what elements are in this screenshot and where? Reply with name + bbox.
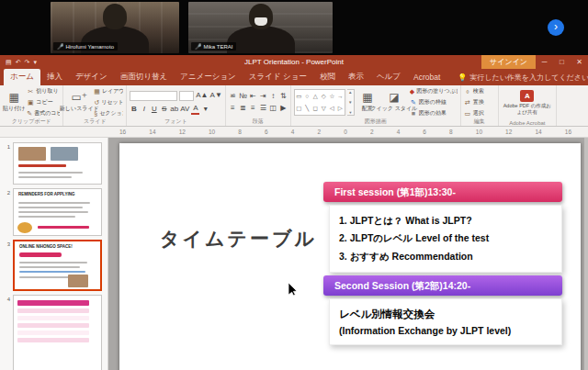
- cut-button[interactable]: ✂ 切り取り: [27, 87, 60, 95]
- bold-button[interactable]: B: [130, 105, 138, 114]
- shape-square-icon[interactable]: ▢: [296, 105, 301, 112]
- close-button[interactable]: ✕: [571, 55, 588, 69]
- shape-diamond-icon[interactable]: ◇: [322, 93, 326, 100]
- shape-circle-icon[interactable]: ○: [305, 93, 309, 99]
- line-spacing-icon[interactable]: ↕: [269, 92, 277, 101]
- tab-design[interactable]: デザイン: [69, 69, 114, 85]
- shape-line-icon[interactable]: ╲: [305, 105, 309, 112]
- slide-thumbnail-3-selected[interactable]: ONLINE NIHONGO SPACE!: [13, 240, 102, 291]
- justify-icon[interactable]: ☰: [259, 104, 267, 113]
- align-right-icon[interactable]: ≡: [249, 104, 257, 113]
- shape-box-icon[interactable]: ◻: [313, 105, 318, 112]
- undo-icon[interactable]: ↶: [16, 59, 21, 66]
- horizontal-ruler[interactable]: 16 14 12 10 8 6 4 2 0 2 4 6 8 10 12 14 1…: [0, 127, 588, 138]
- slide-thumbnail-2[interactable]: REMINDERS FOR APPLYING: [13, 188, 102, 236]
- shape-fill-label: 図形の塗りつぶし: [416, 87, 458, 95]
- tab-insert[interactable]: 挿入: [40, 69, 69, 85]
- font-name-select[interactable]: [130, 91, 177, 101]
- shape-star-icon[interactable]: ☆: [329, 93, 334, 100]
- minimize-button[interactable]: ─: [536, 55, 553, 69]
- scroll-up-icon[interactable]: ▲: [348, 90, 352, 95]
- columns-icon[interactable]: ◫: [269, 104, 277, 113]
- smartart-convert-icon[interactable]: ▶: [279, 104, 288, 113]
- replace-button[interactable]: ⇄ 置換: [464, 98, 495, 107]
- slide-thumbnail-1[interactable]: [13, 142, 102, 185]
- slide-title-textbox[interactable]: タイムテーブル: [160, 226, 317, 252]
- gallery-more-icon[interactable]: ▾: [349, 110, 351, 115]
- tab-review[interactable]: 校閲: [313, 69, 342, 85]
- copy-label: コピー: [36, 98, 52, 107]
- italic-button[interactable]: I: [140, 105, 148, 114]
- format-painter-button[interactable]: ✎ 書式のコピー/貼り付け: [27, 109, 60, 118]
- shape-left-triangle-icon[interactable]: ◁: [330, 105, 334, 112]
- tab-animations[interactable]: アニメーション: [174, 69, 243, 85]
- tab-view[interactable]: 表示: [342, 69, 370, 85]
- participant-video-1[interactable]: 🎤 Hirofumi Yamamoto: [51, 2, 179, 53]
- shapes-gallery-scroll[interactable]: ▲ ▼ ▾: [347, 89, 355, 116]
- decrease-font-icon[interactable]: A▼: [210, 91, 222, 100]
- slide-canvas[interactable]: タイムテーブル First session (第1部)13:30- 1. JLP…: [108, 138, 588, 370]
- quick-styles-button[interactable]: ◪ クイック スタイル: [380, 92, 408, 113]
- slide-thumbnail-4[interactable]: [13, 295, 102, 370]
- align-left-icon[interactable]: ≡: [229, 104, 237, 113]
- shape-down-triangle-icon[interactable]: ▽: [322, 105, 326, 112]
- decrease-indent-icon[interactable]: ⇤: [249, 92, 257, 101]
- select-button[interactable]: ▭ 選択: [464, 109, 495, 118]
- tell-me-search[interactable]: 💡 実行したい作業を入力してください: [458, 69, 588, 85]
- tab-transitions[interactable]: 画面切り替え: [114, 69, 174, 85]
- text-shadow-button[interactable]: ab: [170, 105, 178, 114]
- brush-icon: ✎: [27, 110, 32, 118]
- underline-button[interactable]: U: [150, 105, 158, 114]
- participant-silhouette: [227, 26, 295, 53]
- tab-slideshow[interactable]: スライド ショー: [243, 69, 313, 85]
- session2-banner[interactable]: Second Session (第2部)14:20-: [323, 275, 562, 296]
- shape-triangle-icon[interactable]: △: [313, 93, 318, 100]
- session1-card[interactable]: 1. JLPTとは？ What is JLPT? 2. JLPTのレベル Lev…: [329, 205, 562, 273]
- shape-effects-button[interactable]: ■ 図形の効果: [410, 109, 458, 118]
- scroll-down-icon[interactable]: ▼: [348, 100, 352, 105]
- session2-card[interactable]: レベル別情報交換会 (Information Exchange by JLPT …: [329, 298, 562, 345]
- font-color-button[interactable]: A: [191, 104, 199, 115]
- tab-home[interactable]: ホーム: [4, 69, 40, 85]
- participant-video-2[interactable]: 🎤 Mika TERAI: [188, 2, 333, 53]
- vertical-scrollbar[interactable]: [584, 138, 588, 370]
- text-direction-icon[interactable]: ⇅: [279, 92, 288, 101]
- save-icon[interactable]: ▤: [6, 59, 12, 66]
- shape-right-triangle-icon[interactable]: ▷: [338, 105, 343, 112]
- strikethrough-button[interactable]: S: [160, 105, 168, 114]
- powerpoint-window: ▤ ↶ ↷ ▾ JLPT Orientation - PowerPoint サイ…: [0, 55, 588, 370]
- tab-acrobat[interactable]: Acrobat: [407, 69, 447, 85]
- section-button[interactable]: § セクション: [94, 109, 123, 118]
- current-slide[interactable]: タイムテーブル First session (第1部)13:30- 1. JLP…: [119, 143, 581, 370]
- shape-fill-button[interactable]: ◆ 図形の塗りつぶし: [410, 87, 458, 95]
- increase-indent-icon[interactable]: ⇥: [259, 92, 267, 101]
- slide-number: 4: [3, 295, 10, 370]
- maximize-button[interactable]: □: [553, 55, 571, 69]
- session1-banner[interactable]: First session (第1部)13:30-: [323, 182, 562, 202]
- paste-button[interactable]: ▦ 貼り付け: [3, 92, 25, 113]
- font-dropdown-icon[interactable]: ▾: [201, 105, 209, 114]
- numbering-icon[interactable]: №: [239, 92, 247, 101]
- tab-help[interactable]: ヘルプ: [370, 69, 407, 85]
- shape-arrow-icon[interactable]: →: [337, 93, 344, 99]
- copy-button[interactable]: ▣ コピー: [27, 98, 60, 107]
- new-slide-button[interactable]: ▭⁺ 新しいスライド: [66, 92, 92, 113]
- session1-item-2: 2. JLPTのレベル Level of the test: [339, 230, 552, 247]
- font-size-select[interactable]: [179, 91, 194, 101]
- bullets-icon[interactable]: ≌: [229, 92, 237, 101]
- chevron-right-button[interactable]: ›: [548, 19, 564, 36]
- sign-in-button[interactable]: サインイン: [481, 55, 536, 69]
- adobe-pdf-button[interactable]: A Adobe PDF の作成および共有: [502, 90, 553, 116]
- reset-button[interactable]: ↺ リセット: [94, 98, 123, 107]
- shapes-gallery[interactable]: ▭ ○ △ ◇ ☆ → ▢ ╲ ◻ ▽ ◁ ▷: [294, 89, 345, 116]
- align-center-icon[interactable]: ≣: [239, 104, 247, 113]
- find-button[interactable]: ⌽ 検索: [464, 87, 495, 95]
- layout-button[interactable]: ▦ レイアウト: [94, 87, 123, 95]
- shape-rectangle-icon[interactable]: ▭: [296, 93, 301, 100]
- increase-font-icon[interactable]: A▲: [196, 91, 208, 100]
- shape-outline-button[interactable]: ✎ 図形の枠線: [410, 98, 458, 107]
- redo-icon[interactable]: ↷: [25, 59, 30, 66]
- editing-group: ⌽ 検索 ⇄ 置換 ▭ 選択 編集: [461, 85, 499, 126]
- customize-toolbar-icon[interactable]: ▾: [33, 59, 37, 66]
- character-spacing-icon[interactable]: AV: [180, 105, 189, 114]
